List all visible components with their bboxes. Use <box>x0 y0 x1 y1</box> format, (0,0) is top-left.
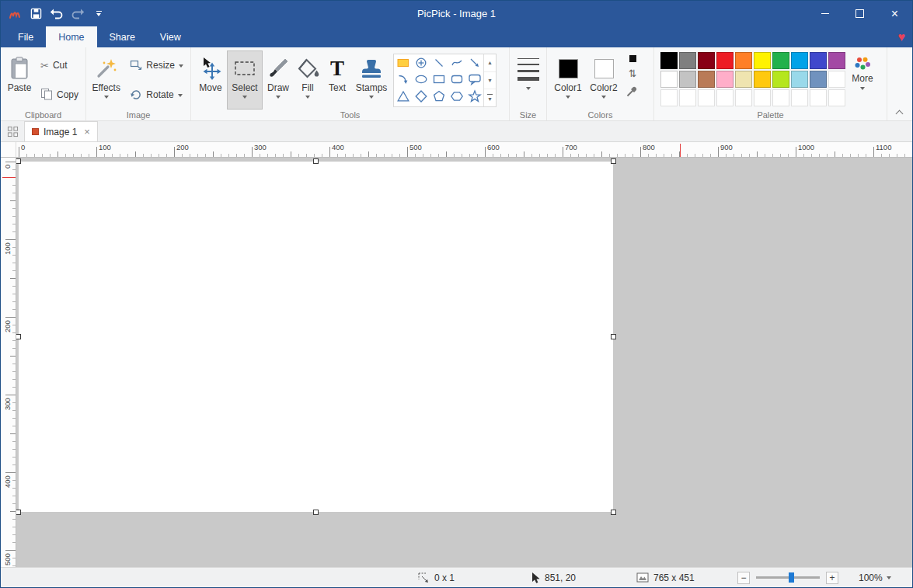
stamps-button[interactable]: Stamps <box>353 50 390 110</box>
selection-handle[interactable] <box>611 334 616 339</box>
selection-handle[interactable] <box>16 334 21 339</box>
palette-swatch[interactable] <box>810 89 827 106</box>
shape-speech-bubble-button[interactable] <box>465 71 483 89</box>
shape-rectangle-button[interactable] <box>430 71 448 89</box>
color1-button[interactable]: Color1 <box>550 50 586 110</box>
palette-swatch[interactable] <box>735 71 752 88</box>
image-surface[interactable] <box>19 162 613 512</box>
shape-hexagon-button[interactable] <box>448 88 465 105</box>
rotate-button[interactable]: Rotate <box>126 85 187 104</box>
palette-swatch[interactable] <box>716 52 734 69</box>
save-button[interactable] <box>26 3 46 24</box>
resize-button[interactable]: Resize <box>126 56 187 75</box>
palette-swatch[interactable] <box>660 71 678 88</box>
palette-swatch[interactable] <box>810 71 827 88</box>
shape-ellipse-button[interactable] <box>412 71 430 89</box>
select-button[interactable]: Select <box>227 50 263 110</box>
palette-swatch[interactable] <box>791 71 808 88</box>
shape-diamond-button[interactable] <box>412 88 430 105</box>
more-colors-button[interactable]: More <box>845 50 880 110</box>
palette-swatch[interactable] <box>772 89 789 106</box>
palette-swatch[interactable] <box>735 52 752 69</box>
shape-pentagon-button[interactable] <box>430 88 448 105</box>
shapes-more-button[interactable]: ▾ <box>484 89 496 106</box>
selection-handle[interactable] <box>611 158 616 164</box>
canvas-viewport[interactable] <box>16 158 912 567</box>
palette-swatch[interactable] <box>716 89 734 106</box>
selection-handle[interactable] <box>611 510 616 515</box>
palette-swatch[interactable] <box>679 71 696 88</box>
menu-tab-view[interactable]: View <box>148 26 193 47</box>
palette-swatch[interactable] <box>679 52 696 69</box>
menu-tab-file[interactable]: File <box>5 26 46 47</box>
move-button[interactable]: Move <box>194 50 227 110</box>
tab-close-button[interactable]: × <box>84 127 90 137</box>
palette-swatch[interactable] <box>698 89 715 106</box>
effects-button[interactable]: Effects <box>89 50 123 110</box>
shape-circle-plus-button[interactable] <box>412 54 430 71</box>
zoom-out-button[interactable]: − <box>737 572 750 584</box>
ribbon-collapse-button[interactable] <box>896 109 903 116</box>
line-width-dropdown[interactable] <box>526 86 531 90</box>
window-grid-button[interactable] <box>1 121 24 141</box>
palette-swatch[interactable] <box>828 71 845 88</box>
palette-swatch[interactable] <box>754 52 771 69</box>
shape-curve-button[interactable] <box>448 54 465 71</box>
palette-swatch[interactable] <box>735 89 752 106</box>
shape-arrow-line-button[interactable] <box>465 54 483 71</box>
fill-button[interactable]: Fill <box>294 50 322 110</box>
selection-handle[interactable] <box>313 510 319 515</box>
palette-swatch[interactable] <box>791 89 808 106</box>
palette-swatch[interactable] <box>772 52 789 69</box>
palette-swatch[interactable] <box>679 89 696 106</box>
selection-handle[interactable] <box>313 158 319 164</box>
eyedropper-button[interactable] <box>626 85 639 100</box>
zoom-in-button[interactable]: + <box>826 572 838 584</box>
redo-button[interactable] <box>68 3 88 24</box>
donate-heart-button[interactable]: ♥ <box>898 26 906 47</box>
palette-swatch[interactable] <box>828 52 845 69</box>
shape-star-button[interactable] <box>465 88 483 105</box>
palette-swatch[interactable] <box>828 89 845 106</box>
selection-handle[interactable] <box>16 158 21 164</box>
qat-customize-button[interactable] <box>89 3 109 24</box>
document-tab[interactable]: Image 1 × <box>24 121 98 141</box>
color2-button[interactable]: Color2 <box>586 50 622 110</box>
rounded-rectangle-icon <box>450 72 464 86</box>
draw-button[interactable]: Draw <box>263 50 294 110</box>
undo-button[interactable] <box>47 3 67 24</box>
palette-swatch[interactable] <box>754 89 771 106</box>
palette-swatch[interactable] <box>698 71 715 88</box>
shape-triangle-button[interactable] <box>394 88 412 105</box>
shape-line-button[interactable] <box>430 54 448 71</box>
line-width-button[interactable] <box>513 50 543 81</box>
zoom-slider-thumb[interactable] <box>789 572 794 583</box>
palette-swatch[interactable] <box>716 71 734 88</box>
shapes-scroll-down-button[interactable]: ▾ <box>484 72 496 90</box>
shape-curved-arrow-button[interactable] <box>394 71 412 89</box>
paste-button[interactable]: Paste <box>4 50 35 110</box>
cut-button[interactable]: ✂ Cut <box>37 56 82 75</box>
mini-color-swatch[interactable] <box>629 55 636 62</box>
shape-rounded-rectangle-button[interactable] <box>448 71 465 89</box>
zoom-level-dropdown[interactable]: 100% <box>859 568 891 587</box>
close-button[interactable]: × <box>877 1 912 26</box>
menu-tab-share[interactable]: Share <box>97 26 148 47</box>
palette-swatch[interactable] <box>810 52 827 69</box>
shape-highlight-button[interactable] <box>394 54 412 71</box>
palette-swatch[interactable] <box>660 52 678 69</box>
selection-handle[interactable] <box>16 510 21 515</box>
palette-swatch[interactable] <box>754 71 771 88</box>
palette-swatch[interactable] <box>772 71 789 88</box>
text-button[interactable]: T Text <box>322 50 353 110</box>
maximize-button[interactable] <box>842 1 877 26</box>
shapes-scroll-up-button[interactable]: ▴ <box>484 54 496 72</box>
minimize-button[interactable] <box>807 1 842 26</box>
swap-colors-button[interactable]: ⇄ <box>629 68 637 78</box>
copy-button[interactable]: Copy <box>37 85 82 104</box>
menu-tab-home[interactable]: Home <box>46 26 96 47</box>
zoom-slider[interactable] <box>756 576 820 579</box>
palette-swatch[interactable] <box>660 89 678 106</box>
palette-swatch[interactable] <box>698 52 715 69</box>
palette-swatch[interactable] <box>791 52 808 69</box>
